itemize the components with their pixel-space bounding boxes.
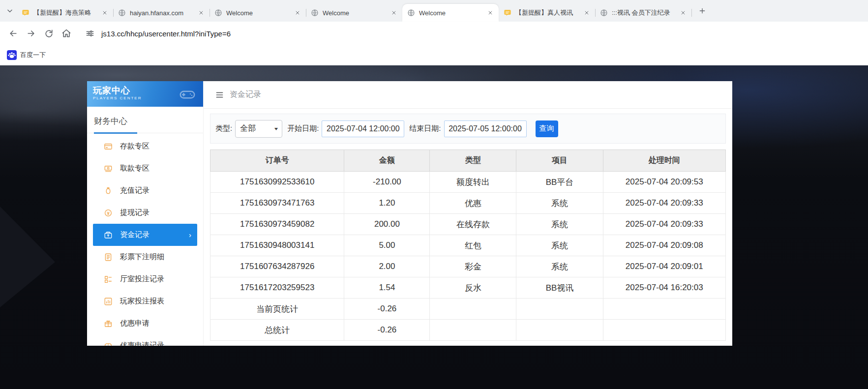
arrow-right-icon [26,29,36,38]
refresh-button[interactable] [40,25,57,42]
table-cell: 红包 [430,235,516,256]
start-date-input[interactable] [322,120,404,137]
table-cell: 1751630973459082 [210,214,344,235]
refresh-icon [44,29,54,38]
type-select-value: 全部 [240,123,256,134]
site-settings-icon[interactable] [83,26,97,41]
table-cell: 2025-07-04 20:09:33 [603,193,725,214]
browser-tab[interactable]: Welcome [402,4,499,22]
tab-close-icon[interactable] [582,8,591,17]
gift-icon [104,319,113,328]
browser-tab[interactable]: 【新提醒】真人视讯 [499,4,595,22]
table-cell: 系统 [516,256,603,277]
bookmark-baidu[interactable]: 百度一下 [7,50,46,60]
background-triangle-decoration [0,207,55,307]
bookmarks-bar: 百度一下 [0,45,868,65]
ticket-icon [104,341,113,346]
table-cell: BB平台 [516,172,603,193]
sidebar-item-deposit-card[interactable]: 存款专区 [93,135,197,157]
table-cell: 优惠 [430,193,516,214]
tab-close-icon[interactable] [679,8,688,17]
gamepad-icon [178,85,197,103]
tab-search-button[interactable] [3,4,17,18]
table-cell: 系统 [516,193,603,214]
table-cell [603,299,725,320]
table-cell: 彩金 [430,256,516,277]
sidebar-item-label: 彩票下注明细 [120,252,164,262]
tab-close-icon[interactable] [486,8,495,17]
sidebar-item-money-bag[interactable]: 充值记录 [93,180,197,202]
tab-title: 【新提醒】真人视讯 [515,8,578,17]
table-row: 1751630992533610-210.00额度转出BB平台2025-07-0… [210,172,726,193]
sidebar-item-grid-list[interactable]: 厅室投注记录 [93,268,197,290]
table-cell [430,299,516,320]
sidebar-item-label: 充值记录 [120,186,150,195]
sidebar-item-label: 厅室投注记录 [120,274,164,284]
table-cell: 系统 [516,214,603,235]
table-cell: 1751617203259523 [210,277,344,299]
hamburger-menu-icon[interactable] [215,91,224,99]
sidebar: 玩家中心 PLAYERS CENTER 财务中心 存款专区取款专区充值记录提现记… [87,81,204,346]
sidebar-item-ticket[interactable]: 优惠申请记录 [93,334,197,346]
coin-icon [104,209,113,217]
browser-toolbar: js13.cc/hhcp/usercenter.html?iniType=6 [0,22,868,45]
table-cell: -0.26 [344,320,430,341]
table-cell: 2025-07-04 20:09:53 [603,172,725,193]
table-cell: 2025-07-04 20:09:08 [603,235,725,256]
browser-tab[interactable]: Welcome [210,4,306,22]
tab-title: Welcome [323,9,386,17]
address-bar[interactable]: js13.cc/hhcp/usercenter.html?iniType=6 [101,30,231,38]
table-cell: 1.54 [344,277,430,299]
browser-tab[interactable]: Welcome [306,4,402,22]
table-cell: 总统计 [210,320,344,341]
sidebar-item-coin[interactable]: 提现记录 [93,202,197,224]
main-content: 资金记录 类型: 全部 ▾ 开始日期: 结束日期: 查询 订单号金额类型项目处理… [204,81,732,346]
list-doc-icon [104,253,113,262]
browser-window: 【新提醒】海燕策略haiyan.hfanax.comWelcomeWelcome… [0,0,868,65]
page-background: 玩家中心 PLAYERS CENTER 财务中心 存款专区取款专区充值记录提现记… [0,65,868,389]
table-cell: 当前页统计 [210,299,344,320]
table-row: 17516172032595231.54反水BB视讯2025-07-04 16:… [210,277,726,299]
home-button[interactable] [58,25,75,42]
table-header-cell: 处理时间 [603,150,725,172]
tab-close-icon[interactable] [197,8,206,17]
grid-list-icon [104,275,113,284]
sidebar-item-label: 优惠申请 [120,319,150,328]
browser-tab[interactable]: 【新提醒】海燕策略 [17,4,113,22]
tab-close-icon[interactable] [100,8,109,17]
back-button[interactable] [5,25,22,42]
tab-title: Welcome [226,9,289,17]
funds-record-table: 订单号金额类型项目处理时间 1751630992533610-210.00额度转… [210,150,726,341]
sidebar-item-withdraw-cash[interactable]: 取款专区 [93,157,197,180]
tab-close-icon[interactable] [293,8,302,17]
table-cell: 2025-07-04 20:09:01 [603,256,725,277]
tabs-container: 【新提醒】海燕策略haiyan.hfanax.comWelcomeWelcome… [17,0,691,22]
browser-tab[interactable]: haiyan.hfanax.com [113,4,210,22]
sidebar-item-gift[interactable]: 优惠申请 [93,312,197,334]
end-date-label: 结束日期: [409,124,441,133]
type-select[interactable]: 全部 ▾ [235,120,282,138]
globe-icon [600,9,608,17]
sidebar-item-funds[interactable]: 资金记录› [93,224,197,246]
table-cell: 额度转出 [430,172,516,193]
new-tab-button[interactable] [695,4,709,18]
table-cell [603,320,725,341]
sidebar-item-label: 资金记录 [120,230,150,239]
query-button[interactable]: 查询 [536,120,558,137]
tab-close-icon[interactable] [389,8,398,17]
sidebar-item-chart[interactable]: 玩家投注报表 [93,290,197,312]
table-row: 1751630973459082200.00在线存款系统2025-07-04 2… [210,214,726,235]
browser-tab[interactable]: :::视讯 会员下注纪录 [595,4,691,22]
sidebar-item-label: 玩家投注报表 [120,297,164,306]
table-cell: BB视讯 [516,277,603,299]
chevron-right-icon: › [189,231,191,239]
table-cell: 1751607634287926 [210,256,344,277]
table-cell: 系统 [516,235,603,256]
end-date-input[interactable] [444,120,527,137]
table-row: 17516076342879262.00彩金系统2025-07-04 20:09… [210,256,726,277]
sidebar-item-list-doc[interactable]: 彩票下注明细 [93,246,197,268]
tab-title: :::视讯 会员下注纪录 [612,8,675,17]
forward-button[interactable] [23,25,39,42]
money-bag-icon [104,186,113,195]
table-cell: 1751630948003141 [210,235,344,256]
